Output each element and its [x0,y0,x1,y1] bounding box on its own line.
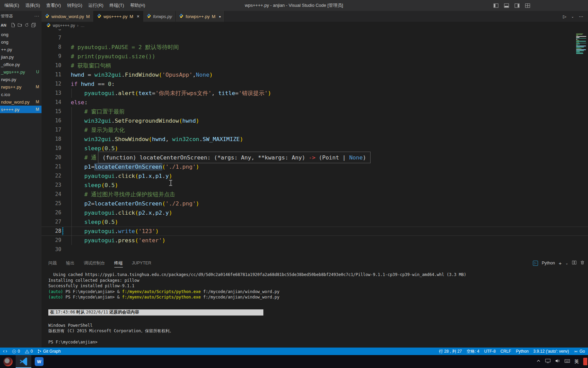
taskbar-app-browser[interactable] [0,355,16,368]
panel-tab-输出[interactable]: 输出 [66,258,75,268]
folder-section-label[interactable]: AN [1,23,6,27]
status-item-right[interactable]: 3.9.12 ('auto': venv) [531,348,571,355]
line-number: 11 [42,70,61,79]
code-line[interactable]: 8# pyautogui.PAUSE = 2 默认等待时间 [42,43,588,52]
menu-item[interactable]: 转到(G) [64,0,85,11]
menu-item[interactable]: 帮助(H) [127,0,148,11]
status-item-left[interactable]: Git Graph [35,348,63,355]
code-line[interactable]: 14else: [42,98,588,107]
status-item-left[interactable] [1,348,10,355]
close-icon[interactable]: × [137,14,140,19]
code-line[interactable]: 11hwnd = win32gui.FindWindow('OpusApp',N… [42,70,588,79]
editor-tab[interactable]: window_word.pyM [42,11,94,22]
split-terminal-icon[interactable] [572,260,576,266]
panel-tab-问题[interactable]: 问题 [48,258,57,268]
editor-tab[interactable]: wps++++.pyM× [94,11,143,22]
code-line[interactable]: 10# 获取窗口句柄 [42,61,588,70]
sidebar-file-item[interactable]: _office.py [0,61,42,68]
toggle-secondary-sidebar-icon[interactable] [514,3,520,8]
new-file-icon[interactable] [11,23,15,28]
code-line[interactable]: 30 [42,245,588,254]
terminal-output[interactable]: Using cached https://pypi.tuna.tsinghua.… [42,269,588,345]
code-line[interactable]: 26 pyautogui.click(p2.x,p2.y) [42,208,588,217]
refresh-icon[interactable] [24,23,29,28]
status-item-right[interactable]: Python [513,348,531,355]
sidebar-file-item[interactable]: c.ico [0,91,42,98]
customize-layout-icon[interactable] [525,3,530,8]
chevron-down-icon[interactable]: ⌄ [571,15,574,18]
git-status-badge: M [36,99,42,104]
code-line[interactable]: 23 sleep(0.5) [42,181,588,190]
menu-item[interactable]: 编辑(E) [1,0,22,11]
toggle-panel-icon[interactable] [504,3,509,8]
menu-item[interactable]: 运行(R) [85,0,107,11]
panel-tab-调试控制台[interactable]: 调试控制台 [84,258,105,268]
status-item-left[interactable]: 0 [22,348,35,355]
collapse-all-icon[interactable] [31,23,36,28]
sidebar-file-item[interactable]: ++.py [0,46,42,53]
taskbar-app-wps[interactable]: W [31,355,47,368]
toggle-sidebar-icon[interactable] [493,3,499,8]
code-line[interactable]: 22 pyautogui.click(p1.x,p1.y) [42,171,588,181]
minimap[interactable] [576,31,587,55]
breadcrumb-separator: › [77,23,78,28]
code-line[interactable]: 9# print(pyautogui.size()) [42,52,588,61]
code-line[interactable]: 12if hwnd == 0: [42,79,588,89]
tray-volume-icon[interactable] [555,358,560,365]
code-line[interactable]: 27 sleep(0.5) [42,217,588,227]
terminal-shell-label[interactable]: Python [542,261,555,265]
tab-label: window_word.py [51,14,84,19]
tray-touch-keyboard-icon[interactable] [565,358,570,365]
code-line[interactable]: 13 pyautogui.alert(text='你尚未打开wps文件', ti… [42,89,588,98]
code-line[interactable]: 25 p2=locateCenterOnScreen('./2.png') [42,199,588,208]
breadcrumb-file[interactable]: wps++++.py [53,23,75,28]
code-line[interactable]: 29 pyautogui.press('enter') [42,236,588,245]
run-python-file-icon[interactable]: ▷ [563,14,567,19]
ellipsis-icon[interactable]: ⋯ [579,14,583,19]
status-item-right[interactable]: Go [571,348,587,355]
code-line[interactable]: 15 # 窗口置于最前 [42,107,588,116]
sidebar-file-item[interactable]: rwps++.pyM [0,83,42,91]
editor-tab[interactable]: forwps.py [143,11,176,22]
panel-tab-JUPYTER[interactable]: JUPYTER [132,258,151,268]
breadcrumb-more[interactable]: … [80,23,84,28]
panel-tab-终端[interactable]: 终端 [114,258,123,268]
breadcrumb[interactable]: wps++++.py › … [42,22,588,29]
editor-tab[interactable]: forwps++.pyM● [176,11,225,22]
sidebar-file-item[interactable]: rwps.py [0,76,42,83]
code-line[interactable]: 18 win32gui.ShowWindow(hwnd, win32con.SW… [42,135,588,144]
code-line[interactable]: 17 # 显示为最大化 [42,125,588,135]
sidebar-file-item[interactable]: s++++.pyM [0,106,42,113]
sidebar-file-item[interactable]: ndow_word.pyM [0,98,42,106]
add-terminal-icon[interactable]: + [559,260,562,266]
ime-language-indicator[interactable]: 英 [574,358,579,365]
code-editor[interactable]: 678# pyautogui.PAUSE = 2 默认等待时间9# print(… [42,29,588,258]
status-item-right[interactable]: UTF-8 [482,348,498,355]
sidebar-file-item[interactable]: ong [0,31,42,38]
tray-app-icon-clipped[interactable] [583,358,587,365]
new-folder-icon[interactable] [18,23,22,28]
code-line[interactable]: 7 [42,33,588,43]
explorer-more-actions-icon[interactable]: ··· [34,14,39,18]
status-item-right[interactable]: CRLF [498,348,513,355]
status-item-right[interactable]: 行 28 , 列 27 [437,348,464,355]
trash-icon[interactable] [580,260,585,266]
sidebar-file-item[interactable]: _wps+++.pyU [0,68,42,76]
taskbar-app-vscode[interactable] [16,355,31,368]
tray-display-icon[interactable] [545,358,551,365]
sidebar-file-item[interactable]: ong [0,38,42,46]
menu-item[interactable]: 终端(T) [107,0,127,11]
chevron-down-icon[interactable]: ⌄ [566,261,568,265]
dirty-indicator-icon[interactable]: ● [219,15,221,18]
code-line[interactable]: 6 [42,29,588,33]
menu-item[interactable]: 选择(S) [22,0,43,11]
sidebar-file-item[interactable]: jian.py [0,53,42,61]
code-line[interactable]: 16 win32gui.SetForegroundWindow(hwnd) [42,116,588,125]
status-item-left[interactable]: 0 [10,348,22,355]
status-item-right[interactable]: 空格: 4 [464,348,481,355]
tray-chevron-up-icon[interactable] [536,358,541,365]
code-line[interactable]: 28 pyautogui.write('123') [42,227,588,236]
code-line[interactable]: 21 p1=locateCenterOnScreen('./1.png') [42,162,588,171]
menu-item[interactable]: 查看(V) [43,0,64,11]
code-line[interactable]: 24 # 通过图片寻找停止保护按钮并点击 [42,190,588,199]
